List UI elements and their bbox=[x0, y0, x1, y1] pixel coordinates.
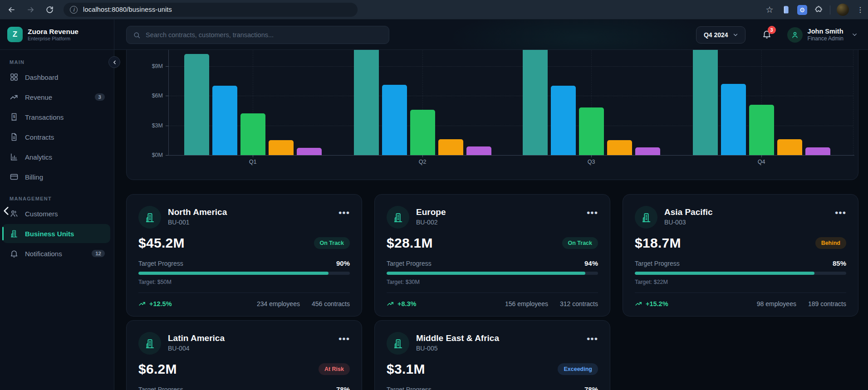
chevron-down-icon bbox=[732, 32, 739, 38]
target-amount: Target: $22M bbox=[635, 279, 846, 285]
bar-chart-icon bbox=[10, 152, 19, 161]
search-icon bbox=[133, 31, 141, 39]
avatar bbox=[787, 27, 803, 43]
sidebar-item-label: Dashboard bbox=[25, 73, 58, 81]
section-label-management: MANAGEMENT bbox=[10, 196, 114, 201]
sidebar-item-contracts[interactable]: Contracts bbox=[2, 127, 110, 146]
business-unit-name: Middle East & Africa bbox=[416, 333, 499, 343]
sidebar-item-label: Revenue bbox=[25, 93, 52, 101]
bar-europe-q1[interactable] bbox=[212, 86, 237, 155]
period-selector[interactable]: Q4 2024 bbox=[696, 26, 745, 44]
brand: Z Zuora Revenue Enterprise Platform bbox=[0, 20, 114, 50]
business-unit-card-europe: Europe BU-002 ••• $28.1M On Track Target… bbox=[374, 194, 610, 317]
site-info-icon[interactable]: i bbox=[70, 6, 78, 14]
card-menu-icon[interactable]: ••• bbox=[587, 206, 598, 216]
bar-middle-east-africa-q1[interactable] bbox=[297, 148, 322, 155]
bar-middle-east-africa-q3[interactable] bbox=[635, 147, 660, 155]
card-menu-icon[interactable]: ••• bbox=[587, 332, 598, 342]
user-menu[interactable]: John Smith Finance Admin bbox=[787, 27, 858, 43]
trend-up-icon bbox=[10, 93, 19, 102]
bar-middle-east-africa-q4[interactable] bbox=[805, 147, 830, 155]
bar-latin-america-q1[interactable] bbox=[269, 140, 294, 155]
progress-fill bbox=[635, 272, 814, 275]
bar-asia-pacific-q2[interactable] bbox=[410, 110, 435, 155]
card-menu-icon[interactable]: ••• bbox=[338, 332, 350, 342]
extension-gear-icon[interactable]: ⚙ bbox=[797, 5, 807, 15]
progress-track bbox=[635, 272, 846, 275]
card-menu-icon[interactable]: ••• bbox=[835, 206, 846, 216]
bar-europe-q3[interactable] bbox=[551, 86, 576, 155]
bar-latin-america-q4[interactable] bbox=[777, 139, 802, 155]
bar-europe-q2[interactable] bbox=[382, 85, 407, 155]
count-badge: 3 bbox=[95, 93, 105, 101]
business-unit-card-north-america: North America BU-001 ••• $45.2M On Track… bbox=[126, 194, 362, 317]
sidebar-item-billing[interactable]: Billing bbox=[2, 167, 110, 186]
business-unit-card-middle-east-africa: Middle East & Africa BU-005 ••• $3.1M Ex… bbox=[374, 320, 610, 390]
forward-arrow-icon bbox=[26, 5, 35, 14]
browser-back-button[interactable] bbox=[4, 2, 19, 17]
sidebar-item-label: Contracts bbox=[25, 133, 54, 141]
business-unit-card-asia-pacific: Asia Pacific BU-003 ••• $18.7M Behind Ta… bbox=[623, 194, 858, 317]
bar-asia-pacific-q3[interactable] bbox=[579, 107, 604, 155]
toolbar-separator bbox=[830, 5, 830, 15]
sidebar-item-transactions[interactable]: $Transactions bbox=[2, 107, 110, 127]
sidebar-collapse-button[interactable] bbox=[108, 56, 120, 68]
bar-latin-america-q3[interactable] bbox=[607, 140, 632, 155]
bar-europe-q4[interactable] bbox=[721, 84, 746, 155]
bar-asia-pacific-q4[interactable] bbox=[749, 105, 774, 155]
card-divider bbox=[387, 292, 598, 293]
user-role: Finance Admin bbox=[808, 35, 843, 42]
app-header: Q4 2024 3 John Smith Finance Admin bbox=[114, 20, 868, 50]
bar-north-america-q4[interactable] bbox=[693, 42, 718, 155]
x-tick-label: Q2 bbox=[409, 159, 436, 165]
browser-profile-avatar[interactable] bbox=[837, 4, 849, 16]
browser-menu-icon[interactable]: ⋮ bbox=[855, 5, 865, 15]
business-unit-card-latin-america: Latin America BU-004 ••• $6.2M At Risk T… bbox=[126, 320, 362, 390]
x-tick-label: Q1 bbox=[239, 159, 266, 165]
sidebar-item-revenue[interactable]: Revenue3 bbox=[2, 88, 110, 107]
sidebar-item-business-units[interactable]: Business Units bbox=[2, 224, 110, 243]
browser-forward-button[interactable] bbox=[23, 2, 38, 17]
bar-north-america-q1[interactable] bbox=[184, 54, 209, 155]
bar-north-america-q2[interactable] bbox=[354, 44, 379, 155]
employees-count: 234 employees bbox=[257, 300, 300, 307]
extensions-puzzle-icon[interactable] bbox=[814, 5, 824, 15]
y-tick bbox=[166, 96, 168, 96]
bar-north-america-q3[interactable] bbox=[523, 46, 548, 155]
bar-middle-east-africa-q2[interactable] bbox=[466, 146, 491, 155]
sidebar-item-notifications[interactable]: Notifications12 bbox=[2, 244, 110, 263]
address-bar[interactable]: i localhost:8080/business-units bbox=[64, 3, 358, 17]
x-axis-line bbox=[168, 155, 854, 156]
count-badge: 12 bbox=[92, 250, 105, 257]
sidebar: Z Zuora Revenue Enterprise Platform MAIN… bbox=[0, 20, 114, 390]
search-input[interactable] bbox=[146, 31, 383, 39]
card-menu-icon[interactable]: ••• bbox=[338, 206, 350, 216]
progress-track bbox=[138, 272, 350, 275]
bar-chart-plot: $0M$3M$6M$9MQ1Q2Q3Q4 bbox=[127, 32, 858, 180]
bar-asia-pacific-q1[interactable] bbox=[240, 113, 265, 155]
receipt-icon: $ bbox=[10, 112, 19, 122]
sidebar-item-analytics[interactable]: Analytics bbox=[2, 147, 110, 166]
sidebar-item-customers[interactable]: Customers bbox=[2, 204, 110, 223]
building-icon bbox=[10, 229, 19, 238]
building-icon bbox=[138, 206, 161, 229]
bookmark-star-icon[interactable]: ☆ bbox=[765, 5, 775, 15]
contracts-count: 189 contracts bbox=[808, 300, 846, 307]
y-tick bbox=[166, 155, 168, 156]
sidebar-item-label: Notifications bbox=[25, 250, 62, 258]
target-progress-label: Target Progress bbox=[138, 260, 183, 267]
reading-list-icon[interactable] bbox=[781, 5, 791, 15]
period-label: Q4 2024 bbox=[704, 31, 728, 39]
browser-reload-button[interactable] bbox=[42, 2, 57, 17]
x-tick bbox=[761, 155, 762, 157]
bar-latin-america-q2[interactable] bbox=[438, 139, 463, 155]
contracts-count: 312 contracts bbox=[560, 300, 598, 307]
screen: $0M$3M$6M$9MQ1Q2Q3Q4 North America BU-00… bbox=[0, 0, 868, 390]
global-search[interactable] bbox=[126, 26, 389, 44]
building-icon bbox=[387, 206, 409, 229]
sidebar-item-dashboard[interactable]: Dashboard bbox=[2, 68, 110, 87]
notifications-button[interactable]: 3 bbox=[762, 29, 772, 41]
edge-chevron-left-icon[interactable] bbox=[0, 205, 12, 219]
target-progress-percent: 78% bbox=[584, 385, 598, 390]
building-icon bbox=[387, 332, 409, 355]
